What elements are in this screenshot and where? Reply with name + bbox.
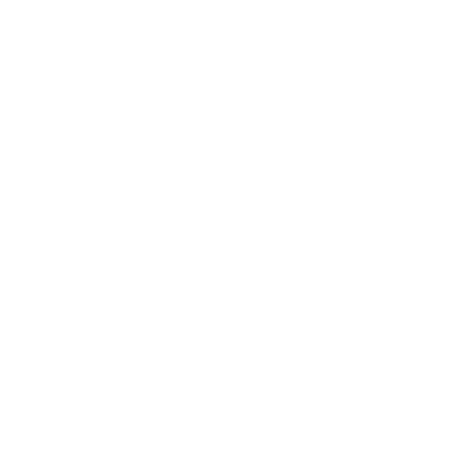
chart-svg [12,17,464,466]
plot-area [12,17,464,466]
chart-root [0,0,476,476]
